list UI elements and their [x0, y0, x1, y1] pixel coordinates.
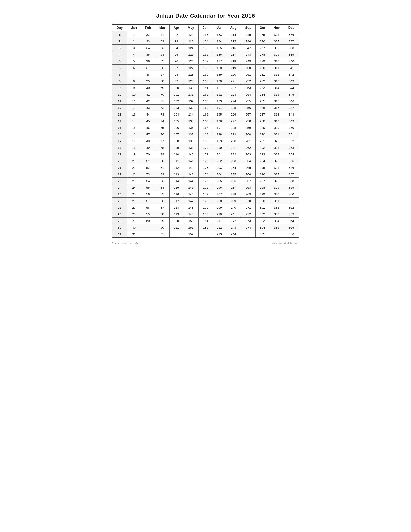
cell-day31-may: 152	[183, 231, 199, 238]
cell-day26-sep: 270	[241, 198, 256, 204]
table-row: 21215281112142173203234265295326356	[112, 164, 299, 171]
cell-day13-sep: 257	[241, 111, 256, 118]
cell-day10-oct: 284	[256, 91, 269, 98]
cell-day22-oct: 296	[256, 171, 269, 178]
cell-day27-sep: 271	[241, 204, 256, 211]
cell-day21-nov: 326	[269, 164, 284, 171]
table-row: 303090121151182212243274304335365	[112, 224, 299, 231]
cell-day25-feb: 56	[141, 191, 155, 198]
cell-day14-day: 14	[112, 118, 127, 124]
cell-day14-may: 135	[183, 118, 199, 124]
cell-day14-oct: 288	[256, 118, 269, 124]
cell-day12-mar: 72	[155, 104, 170, 111]
cell-day23-nov: 328	[269, 178, 284, 184]
cell-day9-jul: 191	[213, 85, 226, 91]
table-row: 994069100130161191222253283314344	[112, 85, 299, 91]
cell-day9-apr: 100	[169, 85, 183, 91]
cell-day26-jun: 178	[199, 198, 213, 204]
cell-day20-day: 20	[112, 158, 127, 164]
cell-day3-nov: 308	[269, 45, 284, 51]
cell-day16-dec: 351	[284, 131, 299, 138]
cell-day14-jun: 166	[199, 118, 213, 124]
page-title: Julian Date Calendar for Year 2016	[112, 12, 299, 19]
cell-day4-jul: 186	[213, 51, 226, 58]
cell-day18-mar: 78	[155, 144, 170, 151]
cell-day16-jul: 198	[213, 131, 226, 138]
cell-day4-jun: 156	[199, 51, 213, 58]
cell-day3-feb: 34	[141, 45, 155, 51]
cell-day24-oct: 298	[256, 184, 269, 191]
cell-day9-sep: 253	[241, 85, 256, 91]
cell-day9-day: 9	[112, 85, 127, 91]
cell-day30-jan: 30	[127, 224, 141, 231]
cell-day28-sep: 272	[241, 211, 256, 218]
cell-day28-feb: 59	[141, 211, 155, 218]
cell-day29-jul: 211	[213, 218, 226, 224]
column-header-feb: Feb	[141, 24, 155, 31]
cell-day10-mar: 70	[155, 91, 170, 98]
table-row: 22336293123154184215246276307337	[112, 38, 299, 45]
cell-day7-jul: 189	[213, 71, 226, 78]
cell-day14-sep: 258	[241, 118, 256, 124]
cell-day18-oct: 292	[256, 144, 269, 151]
cell-day20-jun: 172	[199, 158, 213, 164]
cell-day27-aug: 240	[226, 204, 241, 211]
cell-day18-jul: 200	[213, 144, 226, 151]
cell-day28-apr: 119	[169, 211, 183, 218]
cell-day7-feb: 38	[141, 71, 155, 78]
table-row: 29296089120150181211242273303334364	[112, 218, 299, 224]
cell-day13-nov: 318	[269, 111, 284, 118]
cell-day29-feb: 60	[141, 218, 155, 224]
cell-day20-sep: 264	[241, 158, 256, 164]
cell-day24-jul: 206	[213, 184, 226, 191]
column-header-sep: Sep	[241, 24, 256, 31]
cell-day6-jan: 6	[127, 65, 141, 71]
cell-day6-day: 6	[112, 65, 127, 71]
table-row: 10104170101131162192223254284315345	[112, 91, 299, 98]
cell-day29-apr: 120	[169, 218, 183, 224]
cell-day31-jul: 213	[213, 231, 226, 238]
cell-day20-oct: 294	[256, 158, 269, 164]
cell-day19-may: 140	[183, 151, 199, 158]
cell-day29-aug: 242	[226, 218, 241, 224]
cell-day11-may: 132	[183, 98, 199, 104]
cell-day7-oct: 281	[256, 71, 269, 78]
cell-day31-dec: 366	[284, 231, 299, 238]
cell-day11-feb: 42	[141, 98, 155, 104]
table-header-row: DayJanFebMarAprMayJunJulAugSepOctNovDec	[112, 24, 299, 31]
cell-day29-sep: 273	[241, 218, 256, 224]
column-header-nov: Nov	[269, 24, 284, 31]
cell-day29-may: 150	[183, 218, 199, 224]
cell-day31-nov	[269, 231, 284, 238]
cell-day19-jul: 201	[213, 151, 226, 158]
cell-day26-mar: 86	[155, 198, 170, 204]
cell-day19-apr: 110	[169, 151, 183, 158]
cell-day23-aug: 236	[226, 178, 241, 184]
cell-day6-jul: 188	[213, 65, 226, 71]
cell-day20-nov: 325	[269, 158, 284, 164]
cell-day26-feb: 57	[141, 198, 155, 204]
cell-day18-apr: 109	[169, 144, 183, 151]
cell-day5-mar: 65	[155, 58, 170, 65]
cell-day13-jun: 165	[199, 111, 213, 118]
cell-day26-oct: 300	[256, 198, 269, 204]
cell-day19-day: 19	[112, 151, 127, 158]
table-row: 20205180111141172202233264294325355	[112, 158, 299, 164]
cell-day12-dec: 347	[284, 104, 299, 111]
cell-day18-day: 18	[112, 144, 127, 151]
cell-day2-dec: 337	[284, 38, 299, 45]
cell-day6-jun: 158	[199, 65, 213, 71]
column-header-may: May	[183, 24, 199, 31]
cell-day25-dec: 360	[284, 191, 299, 198]
cell-day26-day: 26	[112, 198, 127, 204]
cell-day15-sep: 259	[241, 124, 256, 131]
cell-day24-mar: 84	[155, 184, 170, 191]
cell-day17-mar: 77	[155, 138, 170, 144]
cell-day13-apr: 104	[169, 111, 183, 118]
cell-day22-jul: 204	[213, 171, 226, 178]
cell-day6-feb: 37	[141, 65, 155, 71]
cell-day5-jan: 5	[127, 58, 141, 65]
cell-day1-may: 122	[183, 31, 199, 38]
cell-day6-dec: 341	[284, 65, 299, 71]
cell-day25-sep: 269	[241, 191, 256, 198]
